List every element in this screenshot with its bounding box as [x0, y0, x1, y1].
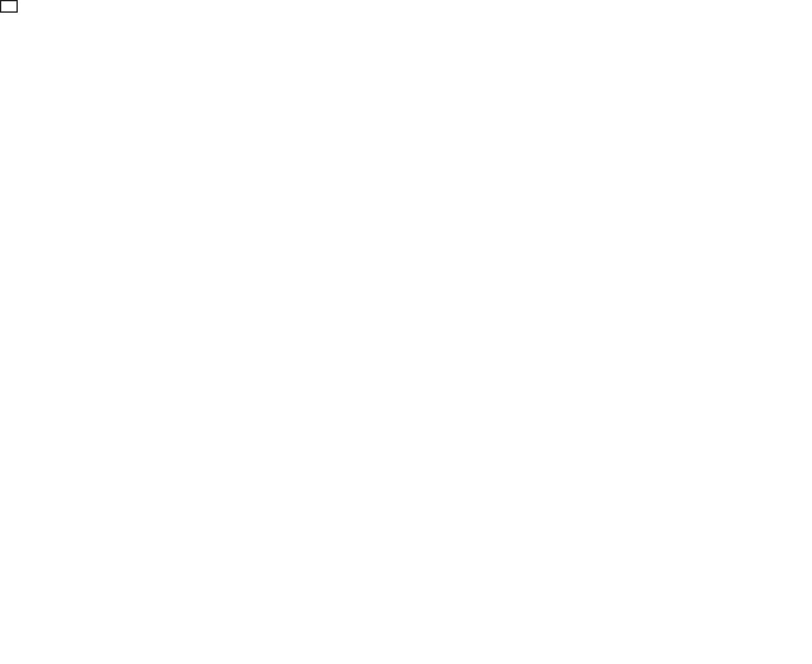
reservations-node [0, 0, 18, 13]
